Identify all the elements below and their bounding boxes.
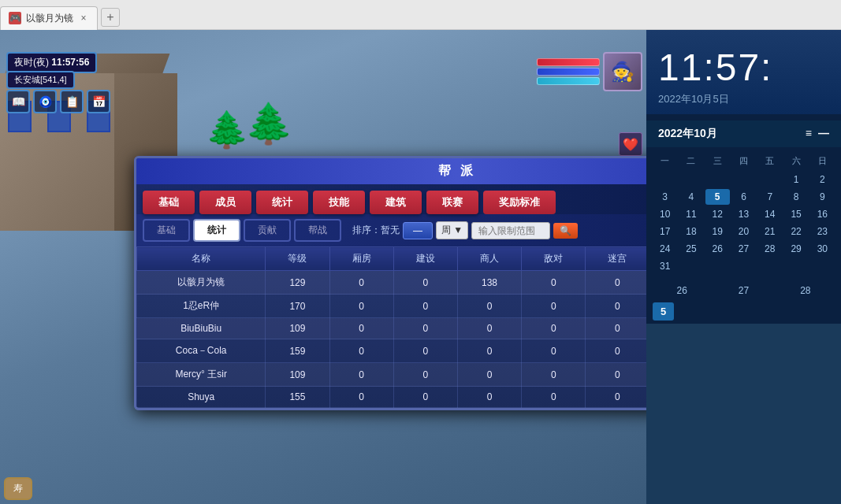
cal-day-9[interactable]: 9 — [810, 189, 835, 205]
today-cell[interactable]: 5 — [653, 302, 674, 321]
member-name: 以骸月为镜 — [137, 271, 266, 295]
col-header-merchant: 商人 — [457, 247, 521, 271]
sub-tab-contribution[interactable]: 贡献 — [244, 219, 291, 242]
week-dropdown[interactable]: 周 ▼ — [436, 221, 468, 239]
main-tabs-row: 基础 成员 统计 技能 建筑 联赛 奖励标准 任务通 — [136, 184, 646, 214]
calendar-nav-next[interactable]: ≡ — [806, 127, 812, 139]
table-row[interactable]: Shuya1550000000 — [137, 387, 647, 408]
status-bars-container — [537, 58, 600, 85]
col-header-enemy: 敌对 — [522, 247, 586, 271]
char-avatar: 🧙 — [603, 52, 642, 91]
sub-tab-basics[interactable]: 基础 — [143, 219, 190, 242]
mini-icon-heart[interactable]: ❤️ — [619, 132, 642, 156]
table-row[interactable]: Coca－Cola1590000000 — [137, 339, 647, 363]
tab-buildings[interactable]: 建筑 — [370, 191, 422, 214]
cal-day-17[interactable]: 17 — [653, 224, 677, 239]
cal-day-10[interactable]: 10 — [653, 206, 677, 222]
cal-day-3[interactable]: 3 — [653, 189, 677, 205]
cal-day-4[interactable]: 4 — [679, 189, 703, 205]
cal-day-19[interactable]: 19 — [705, 224, 730, 239]
hud-status-right: 🧙 — [537, 52, 642, 91]
cal-day-empty — [705, 172, 730, 187]
cal-day-8[interactable]: 8 — [783, 189, 808, 205]
cal-day-1[interactable]: 1 — [783, 172, 808, 187]
cal-day-24[interactable]: 24 — [653, 241, 677, 257]
tab-league[interactable]: 联赛 — [426, 191, 478, 214]
cal-day-27[interactable]: 27 — [731, 241, 756, 257]
sub-tab-guild-war[interactable]: 帮战 — [294, 219, 341, 242]
cal-day-2[interactable]: 2 — [810, 172, 835, 187]
calendar-nav-prev[interactable]: — — [818, 127, 829, 139]
member-stat: 109 — [266, 363, 329, 387]
tab-rewards[interactable]: 奖励标准 — [483, 191, 556, 214]
cal-day-20[interactable]: 20 — [731, 224, 756, 239]
cal-day-22[interactable]: 22 — [783, 224, 808, 239]
browser-tab-bar: 🎮 以骸月为镜 × + — [0, 0, 841, 30]
guild-members-table: 名称 等级 厢房 建设 商人 敌对 迷宫 社区 帮战 以骸月为镜12900138… — [136, 246, 646, 408]
table-row[interactable]: Mercy° 王sir1090000000 — [137, 363, 647, 387]
health-bar — [537, 58, 600, 66]
table-row[interactable]: 1忍eR仲1700000000 — [137, 295, 647, 318]
hud-time-label: 夜时(夜) — [14, 57, 49, 68]
cal-day-empty — [810, 258, 835, 274]
tab-members[interactable]: 成员 — [199, 191, 251, 214]
tab-basics[interactable]: 基础 — [143, 191, 195, 214]
calendar-week-row: 31 — [653, 258, 835, 274]
cal-day-23[interactable]: 23 — [810, 224, 835, 239]
cal-cell-26[interactable]: 26 — [653, 285, 711, 296]
table-row[interactable]: BiuBiuBiu1090000000 — [137, 318, 647, 339]
member-stat: 0 — [522, 295, 586, 318]
tab-skills[interactable]: 技能 — [313, 191, 365, 214]
day-label-wed: 三 — [705, 154, 730, 169]
member-stat: 0 — [329, 339, 393, 363]
cal-day-5[interactable]: 5 — [705, 189, 730, 205]
tab-close-button[interactable]: × — [78, 13, 89, 24]
cal-day-6[interactable]: 6 — [731, 189, 756, 205]
cal-day-empty — [653, 172, 677, 187]
cal-day-18[interactable]: 18 — [679, 224, 703, 239]
cal-day-21[interactable]: 21 — [757, 224, 782, 239]
hud-icon-calendar[interactable]: 📅 — [87, 90, 110, 113]
member-stat: 0 — [457, 363, 521, 387]
cal-day-12[interactable]: 12 — [705, 206, 730, 222]
day-label-sat: 六 — [783, 154, 808, 169]
hud-time-value: 11:57:56 — [51, 57, 89, 68]
new-tab-button[interactable]: + — [101, 8, 120, 27]
member-stat: 0 — [586, 318, 646, 339]
calendar-week-row: 10111213141516 — [653, 206, 835, 222]
hud-icon-gem[interactable]: 🧿 — [33, 90, 57, 113]
browser-tab[interactable]: 🎮 以骸月为镜 × — [0, 6, 98, 30]
hud-icon-scroll[interactable]: 📋 — [60, 90, 84, 113]
cal-day-31[interactable]: 31 — [653, 258, 677, 274]
member-stat: 0 — [586, 271, 646, 295]
cal-day-15[interactable]: 15 — [783, 206, 808, 222]
cal-day-14[interactable]: 14 — [757, 206, 782, 222]
table-row[interactable]: 以骸月为镜129001380000 — [137, 271, 647, 295]
day-label-sun: 日 — [810, 154, 835, 169]
cal-day-13[interactable]: 13 — [731, 206, 756, 222]
cal-cell-28[interactable]: 28 — [776, 285, 835, 296]
clock-date-display: 2022年10月5日 — [658, 92, 829, 106]
sub-tab-stats[interactable]: 统计 — [193, 219, 240, 242]
member-name: Coca－Cola — [137, 339, 266, 363]
cal-day-30[interactable]: 30 — [810, 241, 835, 257]
member-name: Shuya — [137, 387, 266, 408]
cal-day-empty — [705, 258, 730, 274]
week-button[interactable]: — — [403, 222, 433, 239]
cal-day-16[interactable]: 16 — [810, 206, 835, 222]
cal-cell-27[interactable]: 27 — [714, 285, 772, 296]
cal-day-7[interactable]: 7 — [757, 189, 782, 205]
cal-day-29[interactable]: 29 — [783, 241, 808, 257]
cal-day-28[interactable]: 28 — [757, 241, 782, 257]
search-input[interactable] — [471, 222, 550, 239]
member-stat: 0 — [457, 318, 521, 339]
cal-day-25[interactable]: 25 — [679, 241, 703, 257]
search-button[interactable]: 🔍 — [553, 223, 578, 239]
cal-day-11[interactable]: 11 — [679, 206, 703, 222]
member-stat: 0 — [329, 318, 393, 339]
hud-icon-book[interactable]: 📖 — [6, 90, 30, 113]
cal-day-26[interactable]: 26 — [705, 241, 730, 257]
col-header-level: 等级 — [266, 247, 329, 271]
tab-stats[interactable]: 统计 — [256, 191, 308, 214]
tree-1: 🌲 — [205, 109, 249, 150]
